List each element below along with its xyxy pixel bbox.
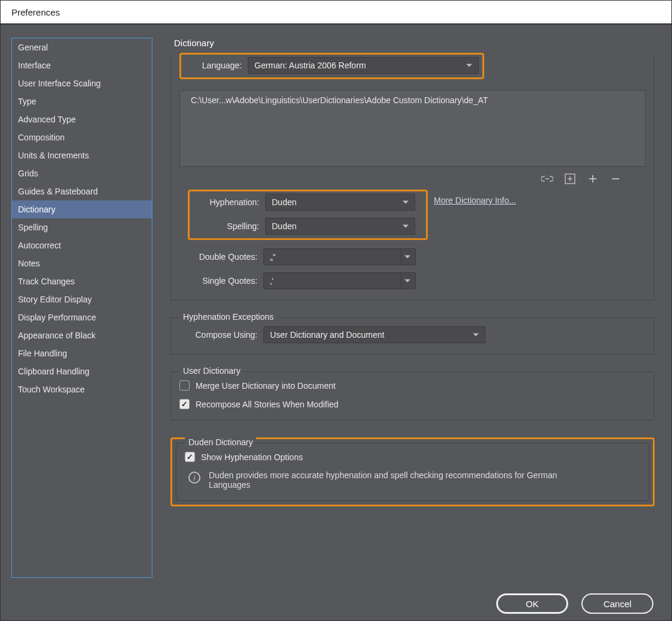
highlight-hyph-spell: Hyphenation: Duden Spelling: Duden	[188, 190, 428, 240]
hyphenation-value: Duden	[272, 197, 296, 207]
sidebar-item-dictionary[interactable]: Dictionary	[12, 200, 152, 218]
dialog-footer: OK Cancel	[496, 593, 653, 614]
sidebar-item-story-editor-display[interactable]: Story Editor Display	[12, 290, 152, 308]
sidebar-item-autocorrect[interactable]: Autocorrect	[12, 236, 152, 254]
single-quotes-value: ‚‘	[270, 276, 274, 286]
compose-using-select[interactable]: User Dictionary and Document	[263, 326, 485, 343]
info-icon: i	[188, 472, 200, 484]
single-quotes-select[interactable]: ‚‘	[263, 272, 416, 289]
language-label: Language:	[185, 61, 248, 70]
sidebar: GeneralInterfaceUser Interface ScalingTy…	[11, 38, 152, 578]
duden-dictionary-group: Duden Dictionary Show Hyphenation Option…	[176, 443, 649, 501]
spelling-value: Duden	[272, 221, 296, 231]
recompose-label: Recompose All Stories When Modified	[196, 400, 338, 409]
compose-using-value: User Dictionary and Document	[270, 330, 385, 340]
sidebar-item-user-interface-scaling[interactable]: User Interface Scaling	[12, 74, 152, 92]
sidebar-item-interface[interactable]: Interface	[12, 56, 152, 74]
workspace: GeneralInterfaceUser Interface ScalingTy…	[1, 25, 671, 621]
user-dictionary-group: User Dictionary Merge User Dictionary in…	[170, 371, 655, 421]
compose-using-label: Compose Using:	[179, 330, 263, 340]
sidebar-item-display-performance[interactable]: Display Performance	[12, 308, 152, 326]
dictionary-path: C:\User...w\Adobe\Linguistics\UserDictio…	[191, 95, 488, 105]
recompose-checkbox[interactable]	[179, 399, 190, 409]
sidebar-item-spelling[interactable]: Spelling	[12, 218, 152, 236]
chevron-down-icon[interactable]	[401, 273, 415, 289]
show-hyphenation-checkbox[interactable]	[185, 452, 195, 462]
sidebar-item-touch-workspace[interactable]: Touch Workspace	[12, 380, 152, 398]
plus-icon[interactable]	[587, 173, 599, 185]
language-value: German: Austria 2006 Reform	[254, 61, 366, 70]
single-quotes-label: Single Quotes:	[188, 276, 263, 286]
language-select[interactable]: German: Austria 2006 Reform	[248, 57, 479, 74]
duden-info-text: Duden provides more accurate hyphenation…	[209, 470, 575, 490]
double-quotes-label: Double Quotes:	[188, 252, 263, 262]
highlight-language: Language: German: Austria 2006 Reform	[179, 53, 484, 79]
relink-icon[interactable]	[541, 173, 553, 185]
dictionary-toolbar	[179, 170, 646, 190]
sidebar-item-file-handling[interactable]: File Handling	[12, 344, 152, 362]
sidebar-item-grids[interactable]: Grids	[12, 164, 152, 182]
double-quotes-value: „“	[270, 252, 275, 262]
hyph-exceptions-legend: Hyphenation Exceptions	[179, 312, 277, 322]
ok-button[interactable]: OK	[496, 593, 568, 614]
minus-icon[interactable]	[610, 173, 622, 185]
window-title: Preferences	[11, 7, 60, 17]
sidebar-item-guides-pasteboard[interactable]: Guides & Pasteboard	[12, 182, 152, 200]
add-box-icon[interactable]	[564, 173, 576, 185]
sidebar-item-clipboard-handling[interactable]: Clipboard Handling	[12, 362, 152, 380]
highlight-duden: Duden Dictionary Show Hyphenation Option…	[170, 437, 655, 506]
hyphenation-select[interactable]: Duden	[265, 194, 415, 211]
sidebar-item-appearance-of-black[interactable]: Appearance of Black	[12, 326, 152, 344]
sidebar-item-units-increments[interactable]: Units & Increments	[12, 146, 152, 164]
sidebar-item-composition[interactable]: Composition	[12, 128, 152, 146]
hyphenation-exceptions-group: Hyphenation Exceptions Compose Using: Us…	[170, 317, 655, 355]
sidebar-item-type[interactable]: Type	[12, 92, 152, 110]
merge-checkbox[interactable]	[179, 380, 190, 391]
page-title: Dictionary	[174, 38, 655, 48]
sidebar-item-notes[interactable]: Notes	[12, 254, 152, 272]
more-dictionary-info-link[interactable]: More Dictionary Info...	[434, 196, 516, 205]
window-titlebar: Preferences	[1, 1, 671, 25]
sidebar-item-advanced-type[interactable]: Advanced Type	[12, 110, 152, 128]
cancel-button[interactable]: Cancel	[581, 593, 653, 614]
dictionary-path-box[interactable]: C:\User...w\Adobe\Linguistics\UserDictio…	[179, 90, 646, 167]
merge-label: Merge User Dictionary into Document	[196, 381, 335, 391]
double-quotes-select[interactable]: „“	[263, 248, 416, 265]
sidebar-item-general[interactable]: General	[12, 38, 152, 56]
sidebar-item-track-changes[interactable]: Track Changes	[12, 272, 152, 290]
main-panel: Dictionary Language: German: Austria 200…	[152, 38, 661, 608]
spelling-select[interactable]: Duden	[265, 218, 415, 235]
user-dict-legend: User Dictionary	[179, 366, 244, 376]
spelling-label: Spelling:	[193, 221, 265, 231]
chevron-down-icon[interactable]	[401, 249, 415, 265]
duden-legend: Duden Dictionary	[185, 437, 256, 447]
hyphenation-label: Hyphenation:	[193, 197, 265, 207]
dictionary-group: Language: German: Austria 2006 Reform C:…	[170, 54, 655, 301]
show-hyphenation-label: Show Hyphenation Options	[201, 452, 303, 462]
